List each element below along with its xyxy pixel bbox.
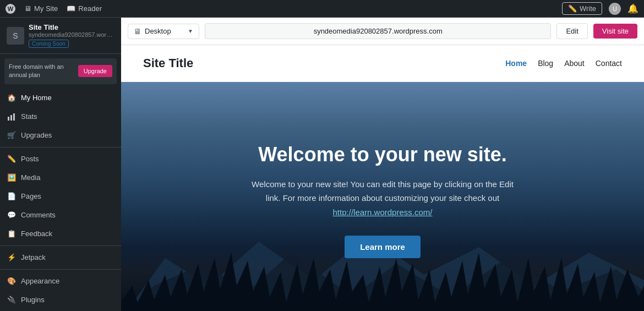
nav-divider-3: [0, 269, 121, 270]
sidebar-item-comments-label: Comments: [21, 211, 56, 219]
nav-blog[interactable]: Blog: [538, 59, 553, 68]
comments-icon: 💬: [7, 210, 17, 220]
main-content: 🖥 Desktop ▼ syndeomedia920802857.wordpre…: [121, 18, 644, 311]
my-site-icon: 🖥: [24, 4, 31, 13]
coming-soon-badge: Coming Soon: [29, 40, 69, 48]
sidebar: S Site Title syndeomedia920802857.wordpr…: [0, 18, 121, 311]
admin-bar-right: ✏️ Write U 🔔: [562, 2, 638, 15]
upgrade-banner: Free domain with an annual plan Upgrade: [4, 58, 117, 84]
edit-button[interactable]: Edit: [556, 23, 587, 39]
sidebar-item-appearance[interactable]: 🎨 Appearance: [0, 272, 121, 291]
sidebar-item-plugins[interactable]: 🔌 Plugins: [0, 291, 121, 309]
sidebar-item-posts[interactable]: ✏️ Posts: [0, 150, 121, 168]
sidebar-item-media[interactable]: 🖼️ Media: [0, 168, 121, 187]
reader-link[interactable]: 📖 Reader: [67, 4, 102, 13]
sidebar-nav: 🏠 My Home Stats 🛒 Upgrades ✏️ Posts 🖼️ M…: [0, 89, 121, 311]
svg-rect-1: [10, 115, 12, 121]
sidebar-item-upgrades[interactable]: 🛒 Upgrades: [0, 126, 121, 145]
learn-more-button[interactable]: Learn more: [345, 236, 421, 258]
site-url: syndeomedia920802857.wordpre...: [29, 31, 114, 38]
svg-rect-2: [13, 113, 15, 121]
user-avatar[interactable]: U: [609, 3, 621, 15]
nav-about[interactable]: About: [564, 59, 585, 68]
sidebar-item-feedback[interactable]: 📋 Feedback: [0, 225, 121, 243]
media-icon: 🖼️: [7, 173, 17, 183]
upgrade-button[interactable]: Upgrade: [78, 65, 112, 77]
admin-bar-left: W 🖥 My Site 📖 Reader: [6, 4, 102, 14]
plugins-icon: 🔌: [7, 295, 17, 305]
hero-subtitle: Welcome to your new site! You can edit t…: [250, 177, 515, 220]
site-icon: S: [7, 27, 24, 45]
visit-site-button[interactable]: Visit site: [593, 24, 637, 39]
sidebar-item-appearance-label: Appearance: [21, 277, 59, 285]
nav-divider-2: [0, 245, 121, 246]
nav-contact[interactable]: Contact: [596, 59, 622, 68]
write-button[interactable]: ✏️ Write: [562, 2, 602, 15]
sidebar-item-media-label: Media: [21, 173, 40, 182]
my-site-link[interactable]: 🖥 My Site: [24, 4, 58, 13]
upgrade-banner-text: Free domain with an annual plan: [9, 63, 74, 80]
nav-divider-1: [0, 147, 121, 148]
url-bar: syndeomedia920802857.wordpress.com: [205, 23, 551, 39]
site-title: Site Title: [143, 56, 193, 70]
feedback-icon: 📋: [7, 229, 17, 239]
preview-frame: Site Title Home Blog About Contact: [121, 45, 644, 311]
sidebar-item-stats-label: Stats: [21, 112, 37, 121]
sidebar-item-comments[interactable]: 💬 Comments: [0, 206, 121, 225]
toolbar: 🖥 Desktop ▼ syndeomedia920802857.wordpre…: [121, 18, 644, 45]
nav-home[interactable]: Home: [505, 59, 527, 68]
sidebar-item-stats[interactable]: Stats: [0, 107, 121, 126]
sidebar-item-jetpack[interactable]: ⚡ Jetpack: [0, 248, 121, 267]
posts-icon: ✏️: [7, 154, 17, 164]
main-layout: S Site Title syndeomedia920802857.wordpr…: [0, 18, 644, 311]
sidebar-item-jetpack-label: Jetpack: [21, 253, 46, 261]
appearance-icon: 🎨: [7, 276, 17, 286]
sidebar-item-plugins-label: Plugins: [21, 296, 45, 304]
sidebar-item-pages-label: Pages: [21, 192, 41, 200]
desktop-icon: 🖥: [134, 27, 141, 36]
sidebar-item-pages[interactable]: 📄 Pages: [0, 187, 121, 206]
site-info: S Site Title syndeomedia920802857.wordpr…: [0, 18, 121, 54]
sidebar-item-posts-label: Posts: [21, 155, 39, 163]
site-nav: Home Blog About Contact: [505, 59, 622, 68]
site-header: Site Title Home Blog About Contact: [121, 45, 644, 82]
stats-icon: [7, 112, 17, 122]
device-selector[interactable]: 🖥 Desktop ▼: [128, 24, 199, 39]
pages-icon: 📄: [7, 192, 17, 201]
sidebar-item-feedback-label: Feedback: [21, 230, 52, 238]
hero-learn-link[interactable]: http://learn.wordpress.com/: [333, 208, 433, 217]
chevron-down-icon: ▼: [188, 28, 193, 34]
hero-title: Welcome to your new site.: [250, 143, 515, 166]
my-home-icon: 🏠: [7, 93, 17, 103]
wp-logo-item[interactable]: W: [6, 4, 15, 14]
upgrades-icon: 🛒: [7, 130, 17, 140]
notifications-icon[interactable]: 🔔: [627, 3, 638, 14]
admin-bar: W 🖥 My Site 📖 Reader ✏️ Write U 🔔: [0, 0, 644, 18]
site-name: Site Title: [29, 23, 114, 31]
hero-content: Welcome to your new site. Welcome to you…: [250, 143, 515, 259]
jetpack-icon: ⚡: [7, 253, 17, 263]
write-icon: ✏️: [568, 4, 577, 13]
sidebar-item-my-home-label: My Home: [21, 94, 52, 102]
sidebar-item-my-home[interactable]: 🏠 My Home: [0, 89, 121, 107]
svg-rect-0: [8, 117, 9, 121]
reader-icon: 📖: [67, 4, 75, 13]
device-label: Desktop: [145, 27, 171, 35]
wp-logo: W: [6, 4, 15, 14]
sidebar-item-upgrades-label: Upgrades: [21, 131, 52, 139]
hero-section: Welcome to your new site. Welcome to you…: [121, 82, 644, 311]
site-details: Site Title syndeomedia920802857.wordpre.…: [29, 23, 114, 48]
